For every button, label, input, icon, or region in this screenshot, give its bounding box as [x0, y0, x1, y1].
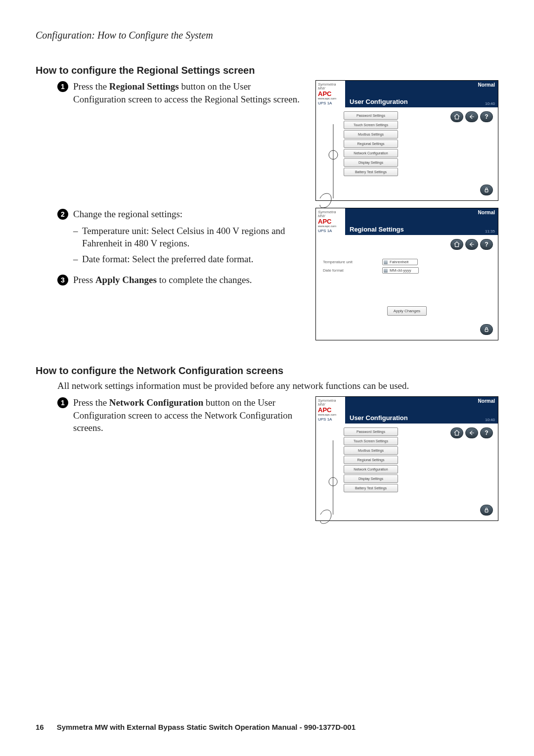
menu-item[interactable]: Display Settings [344, 474, 398, 483]
step-1: 1 Press the Regional Settings button on … [57, 80, 301, 105]
menu-item[interactable]: Display Settings [344, 158, 398, 167]
back-icon[interactable] [465, 239, 478, 250]
step-3: 3 Press Apply Changes to complete the ch… [57, 274, 301, 286]
lock-icon[interactable] [480, 185, 493, 195]
footer-title: Symmetra MW with External Bypass Static … [57, 723, 356, 731]
clock: 10:40 [471, 418, 495, 422]
menu-item[interactable]: Network Configuration [344, 149, 398, 157]
menu-item[interactable]: Password Settings [344, 111, 398, 120]
step-marker: 1 [57, 397, 68, 408]
field-label: Temperature unit [323, 260, 362, 264]
svg-rect-3 [485, 329, 488, 331]
step-text: Press the Network Configuration button o… [73, 396, 301, 434]
svg-point-1 [329, 150, 338, 159]
bullet: Temperature unit: Select Celsius in 400 … [73, 225, 301, 250]
screenshot-title: User Configuration [346, 397, 468, 424]
status-badge: Normal [471, 210, 495, 215]
section-heading-network: How to configure the Network Configurati… [36, 365, 498, 377]
step-marker: 1 [57, 81, 68, 92]
screenshot-header-brand: Symmetra MW APC www.apc.com UPS 1A [316, 81, 346, 107]
page-number: 16 [36, 723, 44, 731]
menu-item[interactable]: Password Settings [344, 427, 398, 436]
menu-item[interactable]: Touch Screen Settings [344, 121, 398, 129]
menu-item[interactable]: Network Configuration [344, 465, 398, 473]
section-heading-regional: How to configure the Regional Settings s… [36, 65, 498, 76]
screenshot-title: User Configuration [346, 81, 468, 107]
back-icon[interactable] [465, 111, 478, 122]
menu-item[interactable]: Touch Screen Settings [344, 437, 398, 445]
home-icon[interactable] [450, 239, 463, 250]
section-intro: All network settings information must be… [57, 380, 498, 391]
back-icon[interactable] [465, 427, 478, 438]
pointer-decoration [317, 440, 342, 534]
apply-changes-button[interactable]: Apply Changes [387, 306, 427, 316]
step-2: 2 Change the regional settings: Temperat… [57, 208, 301, 269]
screenshot-title: Regional Settings [346, 208, 468, 235]
pointer-decoration [317, 124, 342, 218]
menu-list: Password Settings Touch Screen Settings … [344, 111, 398, 176]
page-footer: 16 Symmetra MW with External Bypass Stat… [36, 723, 498, 731]
screenshot-user-configuration: Symmetra MW APC www.apc.com UPS 1A User … [315, 80, 498, 201]
dropdown-date-format[interactable]: MM-dd-yyyy [382, 267, 419, 274]
home-icon[interactable] [450, 427, 463, 438]
menu-item[interactable]: Battery Test Settings [344, 168, 398, 176]
menu-item[interactable]: Battery Test Settings [344, 484, 398, 492]
help-icon[interactable]: ? [480, 239, 493, 250]
screenshot-regional-settings: Symmetra MW APC www.apc.com UPS 1A Regio… [315, 208, 498, 340]
step-text: Change the regional settings: Temperatur… [73, 208, 301, 269]
form-row-temp-unit: Temperature unit Fahrenheit [323, 259, 493, 265]
help-icon[interactable]: ? [480, 427, 493, 438]
dropdown-temp-unit[interactable]: Fahrenheit [382, 259, 418, 265]
screenshot-header-brand: Symmetra MW APC www.apc.com UPS 1A [316, 397, 346, 424]
menu-item[interactable]: Regional Settings [344, 140, 398, 148]
svg-rect-6 [485, 510, 488, 512]
step-text: Press the Regional Settings button on th… [73, 80, 301, 105]
clock: 10:40 [471, 101, 495, 106]
bullet: Date format: Select the preferred date f… [73, 253, 301, 266]
menu-list: Password Settings Touch Screen Settings … [344, 427, 398, 492]
home-icon[interactable] [450, 111, 463, 122]
help-icon[interactable]: ? [480, 111, 493, 122]
lock-icon[interactable] [480, 505, 493, 516]
svg-rect-2 [485, 189, 488, 192]
screenshot-user-configuration-2: Symmetra MW APC www.apc.com UPS 1A User … [315, 396, 498, 521]
screenshot-header-brand: Symmetra MW APC www.apc.com UPS 1A [316, 208, 346, 235]
status-badge: Normal [471, 82, 495, 88]
clock: 11:35 [471, 229, 495, 234]
status-badge: Normal [471, 398, 495, 404]
step-marker: 2 [57, 209, 68, 220]
menu-item[interactable]: Regional Settings [344, 456, 398, 464]
step-text: Press Apply Changes to complete the chan… [73, 274, 252, 286]
svg-point-5 [329, 477, 337, 486]
field-label: Date format [323, 268, 362, 273]
step-1-network: 1 Press the Network Configuration button… [57, 396, 301, 434]
running-head: Configuration: How to Configure the Syst… [36, 30, 498, 41]
step-marker: 3 [57, 275, 68, 285]
lock-icon[interactable] [480, 324, 493, 335]
menu-item[interactable]: Modbus Settings [344, 446, 398, 455]
form-row-date-format: Date format MM-dd-yyyy [323, 267, 493, 274]
menu-item[interactable]: Modbus Settings [344, 130, 398, 139]
